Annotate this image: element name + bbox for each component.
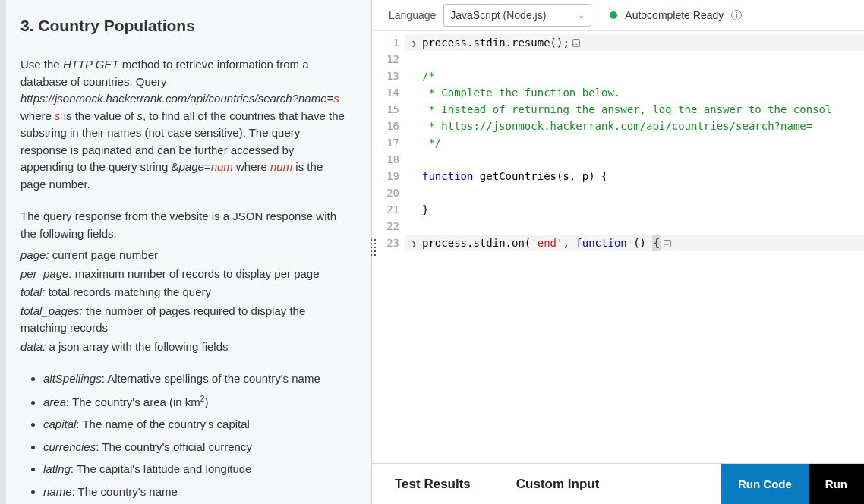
bottom-tabs: Test Results Custom Input xyxy=(372,464,721,504)
data-field-item: capital: The name of the country's capit… xyxy=(43,416,348,433)
data-field-item: latlng: The capital's latitude and longi… xyxy=(43,461,348,478)
fold-arrow-icon[interactable]: ❯ xyxy=(412,236,419,253)
data-field-item: area: The country's area (in km2) xyxy=(43,393,348,411)
json-field-list: page: current page numberper_page: maxim… xyxy=(20,247,348,355)
code-line[interactable]: * https://jsonmock.hackerrank.com/api/co… xyxy=(405,118,864,134)
line-number: 1 xyxy=(372,34,399,51)
fold-arrow-icon[interactable]: ❯ xyxy=(412,36,419,52)
language-value: JavaScript (Node.js) xyxy=(450,9,546,21)
code-line[interactable] xyxy=(405,51,864,68)
line-number: 17 xyxy=(372,134,399,151)
run-button[interactable]: Run xyxy=(809,464,864,504)
line-number: 14 xyxy=(372,84,399,101)
code-line[interactable]: } xyxy=(405,201,864,218)
editor-panel: Language JavaScript (Node.js) ⌄ Autocomp… xyxy=(372,0,864,504)
data-field-item: currencies: The country's official curre… xyxy=(43,439,348,456)
line-number: 15 xyxy=(372,101,399,118)
fold-ellipsis-icon[interactable] xyxy=(572,39,580,47)
json-field: per_page: maximum number of records to d… xyxy=(20,266,348,283)
json-field: page: current page number xyxy=(20,247,348,264)
code-area[interactable]: ❯process.stdin.resume(); /* * Complete t… xyxy=(405,31,864,504)
splitter-handle[interactable] xyxy=(371,239,376,256)
json-field: total: total records matching the query xyxy=(20,284,348,301)
code-line[interactable] xyxy=(405,151,864,168)
autocomplete-status: Autocomplete Ready xyxy=(625,9,724,21)
line-number: 22 xyxy=(372,218,399,235)
line-number: 23 xyxy=(372,235,399,251)
line-gutter: 1121314151617181920212223 xyxy=(372,31,405,504)
line-number: 18 xyxy=(372,151,399,168)
code-editor[interactable]: 1121314151617181920212223 ❯process.stdin… xyxy=(372,30,864,504)
data-field-item: name: The country's name xyxy=(43,484,348,501)
json-field: total_pages: the number of pages require… xyxy=(20,303,348,337)
code-line[interactable] xyxy=(405,184,864,201)
line-number: 16 xyxy=(372,118,399,134)
data-field-list: altSpellings: Alternative spellings of t… xyxy=(20,370,348,504)
line-number: 20 xyxy=(372,184,399,201)
language-label: Language xyxy=(389,9,436,21)
line-number: 19 xyxy=(372,168,399,184)
problem-body: Use the HTTP GET method to retrieve info… xyxy=(20,56,348,504)
line-number: 12 xyxy=(372,51,399,68)
tab-test-results[interactable]: Test Results xyxy=(395,477,471,492)
chevron-down-icon: ⌄ xyxy=(578,11,585,20)
line-number: 13 xyxy=(372,68,399,84)
language-select[interactable]: JavaScript (Node.js) ⌄ xyxy=(443,4,591,27)
line-number: 21 xyxy=(372,201,399,218)
json-field: data: a json array with the following fi… xyxy=(20,339,348,356)
code-line[interactable]: * Complete the function below. xyxy=(405,84,864,101)
code-line[interactable]: function getCountries(s, p) { xyxy=(405,168,864,184)
run-code-button[interactable]: Run Code xyxy=(721,464,809,504)
data-field-item: altSpellings: Alternative spellings of t… xyxy=(43,370,348,388)
problem-title: 3. Country Populations xyxy=(20,17,348,35)
fold-ellipsis-icon[interactable] xyxy=(664,240,671,247)
code-line[interactable]: * Instead of returning the answer, log t… xyxy=(405,101,864,118)
info-icon[interactable]: i xyxy=(731,10,742,20)
code-line[interactable]: ❯process.stdin.resume(); xyxy=(405,34,864,51)
editor-toolbar: Language JavaScript (Node.js) ⌄ Autocomp… xyxy=(372,0,864,30)
status-dot-icon xyxy=(610,11,617,19)
problem-para-2: The query response from the website is a… xyxy=(20,208,348,242)
code-line[interactable]: ❯process.stdin.on('end', function () { xyxy=(405,235,864,251)
code-line[interactable]: */ xyxy=(405,134,864,151)
code-line[interactable] xyxy=(405,218,864,235)
problem-para-1: Use the HTTP GET method to retrieve info… xyxy=(20,56,348,193)
code-line[interactable]: /* xyxy=(405,68,864,84)
tab-custom-input[interactable]: Custom Input xyxy=(516,477,600,492)
problem-panel: 3. Country Populations Use the HTTP GET … xyxy=(0,0,372,504)
bottom-bar: Test Results Custom Input Run Code Run xyxy=(372,463,864,504)
run-buttons: Run Code Run xyxy=(721,464,864,504)
